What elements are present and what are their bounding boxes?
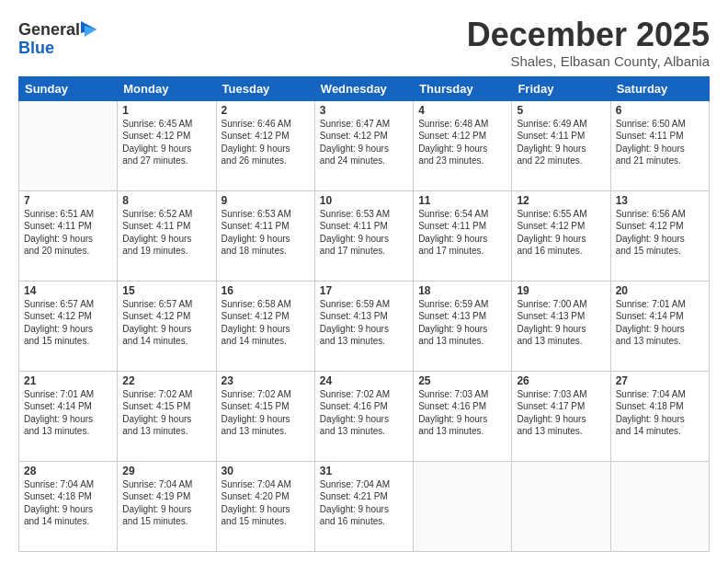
day-of-week-header: Sunday	[19, 76, 118, 100]
day-of-week-header: Saturday	[610, 76, 709, 100]
day-of-week-header: Friday	[512, 76, 610, 100]
calendar-week-row: 7Sunrise: 6:51 AM Sunset: 4:11 PM Daylig…	[19, 190, 710, 281]
calendar-cell: 3Sunrise: 6:47 AM Sunset: 4:12 PM Daylig…	[314, 100, 413, 190]
day-info: Sunrise: 7:04 AM Sunset: 4:21 PM Dayligh…	[320, 478, 408, 528]
day-number: 5	[517, 104, 605, 117]
day-number: 12	[517, 194, 605, 207]
calendar-cell: 28Sunrise: 7:04 AM Sunset: 4:18 PM Dayli…	[19, 461, 118, 551]
svg-text:Blue: Blue	[18, 39, 54, 57]
day-info: Sunrise: 7:04 AM Sunset: 4:18 PM Dayligh…	[24, 478, 112, 528]
day-number: 14	[24, 284, 112, 297]
day-info: Sunrise: 7:01 AM Sunset: 4:14 PM Dayligh…	[24, 388, 112, 438]
calendar-week-row: 14Sunrise: 6:57 AM Sunset: 4:12 PM Dayli…	[19, 281, 710, 371]
day-info: Sunrise: 7:02 AM Sunset: 4:15 PM Dayligh…	[222, 388, 310, 438]
calendar-cell: 1Sunrise: 6:45 AM Sunset: 4:12 PM Daylig…	[118, 100, 216, 190]
calendar-cell: 24Sunrise: 7:02 AM Sunset: 4:16 PM Dayli…	[314, 371, 413, 461]
day-info: Sunrise: 6:51 AM Sunset: 4:11 PM Dayligh…	[24, 208, 112, 258]
day-number: 25	[418, 374, 506, 387]
day-number: 10	[320, 194, 408, 207]
calendar-week-row: 1Sunrise: 6:45 AM Sunset: 4:12 PM Daylig…	[19, 100, 710, 190]
page: GeneralBlue December 2025 Shales, Elbasa…	[0, 0, 728, 563]
logo-svg: GeneralBlue	[18, 17, 101, 58]
calendar-cell: 2Sunrise: 6:46 AM Sunset: 4:12 PM Daylig…	[216, 100, 314, 190]
calendar-cell: 8Sunrise: 6:52 AM Sunset: 4:11 PM Daylig…	[118, 190, 216, 281]
day-number: 26	[517, 374, 605, 387]
day-of-week-header: Wednesday	[314, 76, 413, 100]
day-info: Sunrise: 7:01 AM Sunset: 4:14 PM Dayligh…	[616, 298, 704, 348]
day-info: Sunrise: 7:03 AM Sunset: 4:17 PM Dayligh…	[517, 388, 605, 438]
day-number: 16	[222, 284, 310, 297]
calendar-header-row: SundayMondayTuesdayWednesdayThursdayFrid…	[19, 76, 710, 100]
calendar-cell: 4Sunrise: 6:48 AM Sunset: 4:12 PM Daylig…	[414, 100, 512, 190]
calendar-cell: 10Sunrise: 6:53 AM Sunset: 4:11 PM Dayli…	[314, 190, 413, 281]
day-info: Sunrise: 6:55 AM Sunset: 4:12 PM Dayligh…	[517, 208, 605, 258]
day-number: 8	[122, 194, 210, 207]
day-info: Sunrise: 6:52 AM Sunset: 4:11 PM Dayligh…	[122, 208, 210, 258]
calendar-cell: 13Sunrise: 6:56 AM Sunset: 4:12 PM Dayli…	[610, 190, 709, 281]
day-number: 22	[122, 374, 210, 387]
day-number: 27	[616, 374, 704, 387]
day-number: 2	[222, 104, 310, 117]
day-number: 4	[418, 104, 506, 117]
day-of-week-header: Tuesday	[216, 76, 314, 100]
day-number: 23	[222, 374, 310, 387]
day-info: Sunrise: 7:00 AM Sunset: 4:13 PM Dayligh…	[517, 298, 605, 348]
day-number: 21	[24, 374, 112, 387]
day-number: 11	[418, 194, 506, 207]
day-info: Sunrise: 6:48 AM Sunset: 4:12 PM Dayligh…	[418, 118, 506, 167]
day-number: 15	[122, 284, 210, 297]
day-info: Sunrise: 6:57 AM Sunset: 4:12 PM Dayligh…	[122, 298, 210, 348]
calendar-cell: 7Sunrise: 6:51 AM Sunset: 4:11 PM Daylig…	[19, 190, 118, 281]
day-info: Sunrise: 7:02 AM Sunset: 4:16 PM Dayligh…	[320, 388, 408, 438]
calendar-cell: 12Sunrise: 6:55 AM Sunset: 4:12 PM Dayli…	[512, 190, 610, 281]
day-of-week-header: Monday	[118, 76, 216, 100]
day-info: Sunrise: 7:03 AM Sunset: 4:16 PM Dayligh…	[418, 388, 506, 438]
day-info: Sunrise: 6:59 AM Sunset: 4:13 PM Dayligh…	[418, 298, 506, 348]
day-info: Sunrise: 7:02 AM Sunset: 4:15 PM Dayligh…	[122, 388, 210, 438]
day-info: Sunrise: 6:53 AM Sunset: 4:11 PM Dayligh…	[222, 208, 310, 258]
calendar-cell: 20Sunrise: 7:01 AM Sunset: 4:14 PM Dayli…	[610, 281, 709, 371]
day-number: 24	[320, 374, 408, 387]
day-number: 7	[24, 194, 112, 207]
calendar-cell: 15Sunrise: 6:57 AM Sunset: 4:12 PM Dayli…	[118, 281, 216, 371]
day-number: 18	[418, 284, 506, 297]
day-number: 31	[320, 465, 408, 477]
calendar-cell: 9Sunrise: 6:53 AM Sunset: 4:11 PM Daylig…	[216, 190, 314, 281]
calendar-cell: 19Sunrise: 7:00 AM Sunset: 4:13 PM Dayli…	[512, 281, 610, 371]
day-info: Sunrise: 6:57 AM Sunset: 4:12 PM Dayligh…	[24, 298, 112, 348]
calendar-cell: 14Sunrise: 6:57 AM Sunset: 4:12 PM Dayli…	[19, 281, 118, 371]
calendar-cell: 18Sunrise: 6:59 AM Sunset: 4:13 PM Dayli…	[414, 281, 512, 371]
day-number: 6	[616, 104, 704, 117]
calendar-week-row: 21Sunrise: 7:01 AM Sunset: 4:14 PM Dayli…	[19, 371, 710, 461]
day-number: 19	[517, 284, 605, 297]
calendar-cell	[19, 100, 118, 190]
header: GeneralBlue December 2025 Shales, Elbasa…	[18, 17, 710, 69]
day-info: Sunrise: 7:04 AM Sunset: 4:18 PM Dayligh…	[616, 388, 704, 438]
month-title: December 2025	[467, 17, 710, 53]
day-info: Sunrise: 6:54 AM Sunset: 4:11 PM Dayligh…	[418, 208, 506, 258]
calendar-cell: 11Sunrise: 6:54 AM Sunset: 4:11 PM Dayli…	[414, 190, 512, 281]
day-info: Sunrise: 6:58 AM Sunset: 4:12 PM Dayligh…	[222, 298, 310, 348]
calendar-cell: 22Sunrise: 7:02 AM Sunset: 4:15 PM Dayli…	[118, 371, 216, 461]
day-info: Sunrise: 6:49 AM Sunset: 4:11 PM Dayligh…	[517, 118, 605, 167]
day-number: 1	[122, 104, 210, 117]
calendar-cell: 26Sunrise: 7:03 AM Sunset: 4:17 PM Dayli…	[512, 371, 610, 461]
calendar-cell	[414, 461, 512, 551]
calendar-cell	[610, 461, 709, 551]
day-number: 20	[616, 284, 704, 297]
calendar-cell: 31Sunrise: 7:04 AM Sunset: 4:21 PM Dayli…	[314, 461, 413, 551]
day-number: 17	[320, 284, 408, 297]
calendar-cell: 27Sunrise: 7:04 AM Sunset: 4:18 PM Dayli…	[610, 371, 709, 461]
day-number: 30	[222, 465, 310, 477]
day-info: Sunrise: 6:46 AM Sunset: 4:12 PM Dayligh…	[222, 118, 310, 167]
calendar-cell: 30Sunrise: 7:04 AM Sunset: 4:20 PM Dayli…	[216, 461, 314, 551]
title-block: December 2025 Shales, Elbasan County, Al…	[467, 17, 710, 69]
day-of-week-header: Thursday	[414, 76, 512, 100]
calendar-cell: 23Sunrise: 7:02 AM Sunset: 4:15 PM Dayli…	[216, 371, 314, 461]
day-info: Sunrise: 6:50 AM Sunset: 4:11 PM Dayligh…	[616, 118, 704, 167]
calendar-table: SundayMondayTuesdayWednesdayThursdayFrid…	[18, 76, 710, 552]
calendar-cell: 21Sunrise: 7:01 AM Sunset: 4:14 PM Dayli…	[19, 371, 118, 461]
day-info: Sunrise: 6:47 AM Sunset: 4:12 PM Dayligh…	[320, 118, 408, 167]
day-info: Sunrise: 6:56 AM Sunset: 4:12 PM Dayligh…	[616, 208, 704, 258]
calendar-cell: 6Sunrise: 6:50 AM Sunset: 4:11 PM Daylig…	[610, 100, 709, 190]
